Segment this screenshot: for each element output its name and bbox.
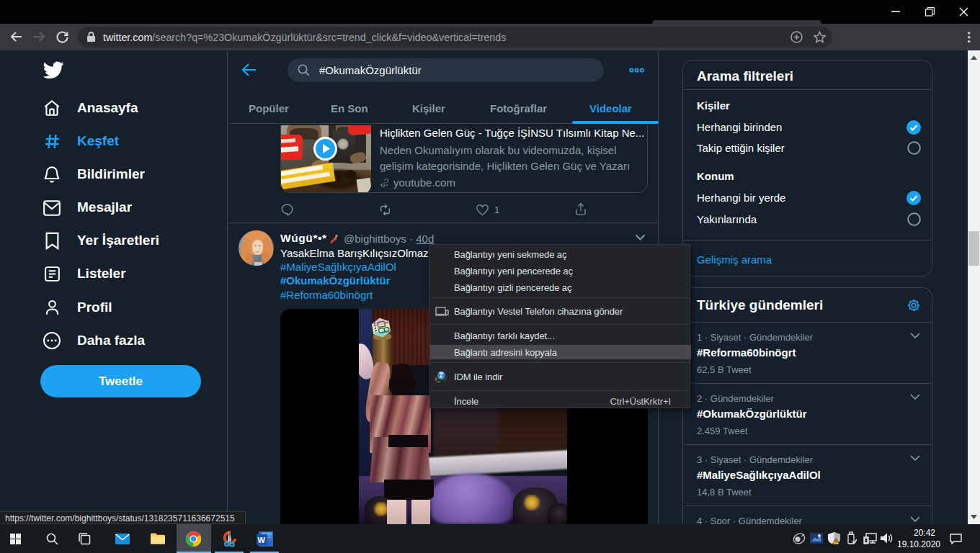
svg-text:W: W: [258, 536, 266, 544]
